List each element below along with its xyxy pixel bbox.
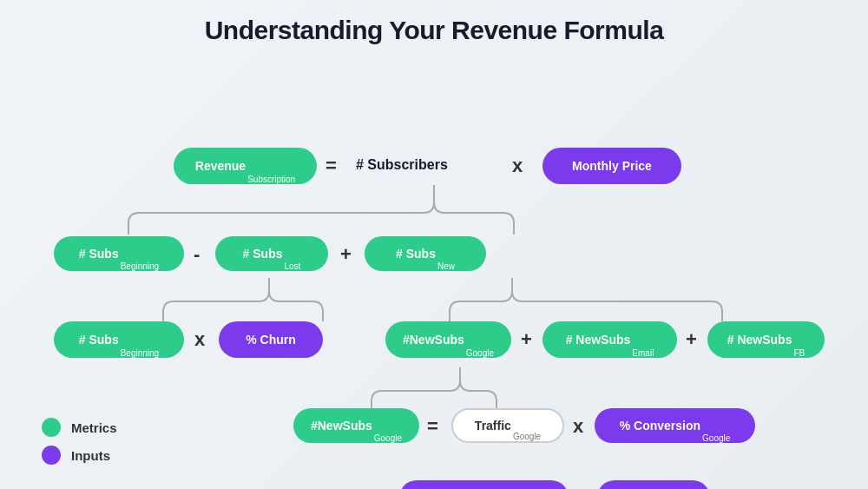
monthly-price-pill: Monthly Price <box>542 148 681 184</box>
equals-op-2: = <box>427 415 438 438</box>
plus-op-2: + <box>521 328 532 351</box>
revenue-pill: Revenue Subscription <box>174 148 317 184</box>
page-title: Understanding Your Revenue Formula <box>0 0 868 45</box>
subscribers-text: # Subscribers <box>356 157 448 173</box>
times-op-2: x <box>194 328 205 351</box>
plus-op-1: + <box>340 243 352 266</box>
inputs-dot <box>42 446 61 465</box>
pct-churn-pill: % Churn <box>219 321 323 358</box>
equals-op-1: = <box>326 155 337 177</box>
plus-op-3: + <box>686 328 697 351</box>
pct-conversion-pill: % Conversion Google <box>595 408 755 443</box>
metrics-label: Metrics <box>71 420 117 435</box>
newsubs-email-pill: # NewSubs Email <box>542 321 677 358</box>
newsubs-fb-pill: # NewSubs FB <box>707 321 825 358</box>
legend-inputs: Inputs <box>42 446 117 465</box>
traffic-pill: Traffic Google <box>451 408 564 443</box>
inputs-label: Inputs <box>71 448 110 463</box>
times-op-3: x <box>573 415 583 438</box>
subs-new-pill: # Subs New <box>365 236 486 271</box>
newsubs-google-2-pill: #NewSubs Google <box>293 408 419 443</box>
newsubs-google-pill: #NewSubs Google <box>385 321 511 358</box>
subs-lost-pill: # Subs Lost <box>215 236 328 271</box>
times-op-1: x <box>512 155 523 177</box>
metrics-dot <box>42 418 61 437</box>
minus-op: - <box>194 243 200 266</box>
subs-beginning-pill: # Subs Beginning <box>54 236 184 271</box>
legend: Metrics Inputs <box>42 418 117 465</box>
legend-metrics: Metrics <box>42 418 117 437</box>
subs-beginning-2-pill: # Subs Beginning <box>54 321 184 358</box>
monthly-budget-pill: Monthly Budget Google <box>399 480 569 489</box>
cpc-pill: CPC Google <box>597 480 710 489</box>
